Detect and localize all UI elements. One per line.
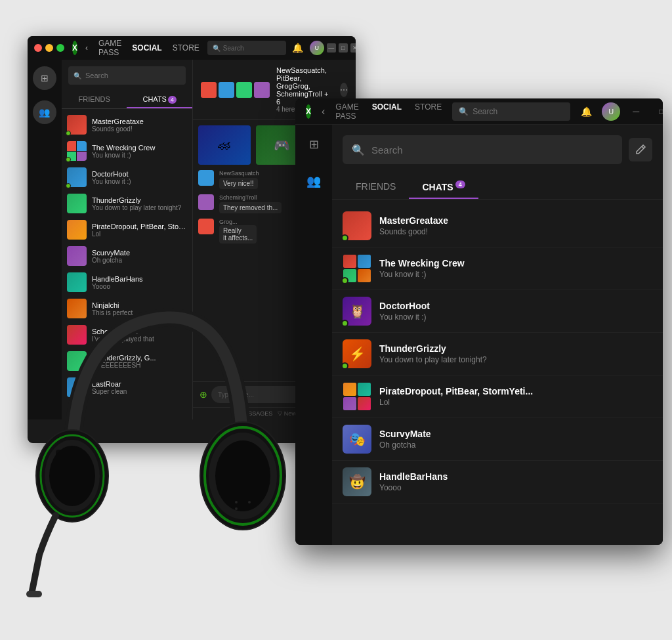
fg-user-avatar[interactable]: U [602,102,620,121]
fg-chat-item-wrecking[interactable]: The Wrecking Crew You know it :) [332,247,663,290]
minimize-btn[interactable] [45,44,53,52]
bg-chat-item-mastergreataxe[interactable]: MasterGreataxe Sounds good! [62,112,192,138]
fg-search-input-mini[interactable] [472,107,564,116]
fg-chat-preview-thunder: You down to play later tonight? [379,355,652,364]
svg-point-1 [36,430,108,522]
bg-more-btn[interactable]: ⋯ [340,83,348,97]
fg-avatar-wrap-doctorhoot: 🦉 [343,297,371,326]
fg-chat-item-thundergrizzly[interactable]: ⚡ ThunderGrizzly You down to play later … [332,333,663,375]
bg-msg-content-3: Grog... Reallyit affects... [219,219,257,244]
fg-restore-btn[interactable]: □ [652,102,663,121]
fg-search-box[interactable]: 🔍 [452,102,570,121]
fg-chat-item-scurvy[interactable]: 🎭 ScurvyMate Oh gotcha [332,418,663,461]
fg-sidebar-library[interactable]: ⊞ [302,133,326,156]
bg-search-input[interactable] [85,72,180,79]
bg-msg-text-1: Very nice!! [219,178,258,189]
bg-avatar-scheming [67,325,87,345]
fg-sidebar-social[interactable]: 👥 [302,169,326,193]
bg-chat-item-thundergrizzly[interactable]: ThunderGrizzly You down to play later to… [62,190,192,217]
fg-online-wrecking [341,277,348,284]
bg-chat-name-mastergreataxe: MasterGreataxe [92,117,187,125]
bg-sidebar-social[interactable]: 👥 [33,100,56,124]
bg-group-av-3 [236,82,252,98]
bg-search-mini[interactable]: 🔍 Search [207,41,286,55]
bg-chat-info-scurvy: ScurvyMate Oh gotcha [92,249,187,264]
fg-chat-item-mastergreataxe[interactable]: MasterGreataxe Sounds good! [332,205,663,247]
fg-nav-social[interactable]: SOCIAL [372,102,402,121]
bg-chat-item-thunder2[interactable]: ThunderGrizzly, G... SHEEEEEEESH [62,348,192,374]
bg-chat-item-scheming[interactable]: SchemingTroll I've never played that [62,322,192,348]
bg-chat-preview-lastroar: Super clean [92,388,187,395]
fg-tab-chats[interactable]: CHATS4 [409,175,478,199]
fg-nav-store[interactable]: STORE [415,102,442,121]
fg-compose-btn[interactable] [629,138,652,161]
fg-chat-item-pirate[interactable]: PirateDropout, PitBear, StormYeti... Lol [332,375,663,418]
fg-avatar-wrap-thunder: ⚡ [343,339,371,368]
bg-add-icon[interactable]: ⊕ [200,389,207,400]
bg-tab-chats[interactable]: CHATS4 [127,91,192,108]
bg-chat-item-scurvy[interactable]: ScurvyMate Oh gotcha [62,243,192,269]
bg-chat-name-doctorhoot: DoctorHoot [92,170,187,178]
fg-chat-name-pirate: PirateDropout, PitBear, StormYeti... [379,386,652,396]
fg-bell-icon[interactable]: 🔔 [577,102,595,121]
svg-point-5 [209,433,277,519]
fg-tab-friends[interactable]: FRIENDS [343,175,409,199]
close-btn[interactable] [34,44,42,52]
bg-chat-item-wrecking[interactable]: The Wrecking Crew You know it :) [62,138,192,164]
svg-rect-10 [26,591,42,597]
bg-restore-btn[interactable]: □ [339,43,348,53]
bg-tab-friends[interactable]: FRIENDS [62,91,127,108]
fg-online-mastergreataxe [341,234,348,242]
fg-chat-info-wrecking: The Wrecking Crew You know it :) [379,258,652,279]
fg-nav-gamepass[interactable]: GAME PASS [335,102,358,121]
fg-avatar-wrap-handlebar: 🤠 [343,467,371,496]
bg-chat-info-ninjalchi: Ninjalchi This is perfect [92,301,187,316]
fg-chat-name-doctorhoot: DoctorHoot [379,301,652,311]
fg-chat-name-thunder: ThunderGrizzly [379,343,652,354]
bg-minimize-btn[interactable]: — [327,43,336,53]
bg-bell-icon[interactable]: 🔔 [289,39,307,57]
bg-user-avatar[interactable]: U [310,41,324,55]
bg-chat-info-thunder2: ThunderGrizzly, G... SHEEEEEEESH [92,354,187,369]
fg-avatar-wrap-wrecking [343,254,371,283]
bg-nav-gamepass[interactable]: GAME PASS [98,39,121,57]
svg-point-14 [248,501,251,503]
bg-chat-item-lastroar[interactable]: LastRoar Super clean [62,374,192,400]
bg-chat-item-handlebar[interactable]: HandleBarHans Yoooo [62,269,192,295]
bg-online-dot-doctorhoot [66,183,71,188]
fg-group-av-pirate-2 [357,382,371,396]
fg-minimize-btn[interactable]: — [627,102,645,121]
fg-chat-item-handlebar[interactable]: 🤠 HandleBarHans Yoooo [332,461,663,503]
bg-sidebar-library[interactable]: ⊞ [33,66,56,90]
fg-chat-item-doctorhoot[interactable]: 🦉 DoctorHoot You know it :) [332,290,663,333]
bg-chat-item-doctorhoot[interactable]: DoctorHoot You know it :) [62,164,192,190]
fg-xbox-logo: X [306,104,311,119]
bg-chat-name-thunder2: ThunderGrizzly, G... [92,354,187,362]
fg-back-btn[interactable]: ‹ [322,106,325,117]
fg-chat-info-thunder: ThunderGrizzly You down to play later to… [379,343,652,364]
bg-nav-social[interactable]: SOCIAL [132,43,161,53]
bg-chat-item-pirate[interactable]: PirateDropout, PitBear, StormYeti... Lol [62,217,192,243]
bg-chat-item-ninjalchi[interactable]: Ninjalchi This is perfect [62,295,192,322]
bg-group-avatars [201,82,270,98]
bg-chat-preview-mastergreataxe: Sounds good! [92,125,187,133]
bg-msg-av-3 [198,219,214,234]
bg-chat-name-ninjalchi: Ninjalchi [92,301,187,309]
bg-online-dot-wrecking [66,157,71,162]
bg-chat-panel: 🔍 FRIENDS CHATS4 MasterGreataxe So [62,60,193,419]
bg-chat-name-pirate: PirateDropout, PitBear, StormYeti... [92,223,187,230]
bg-nav-back[interactable]: ‹ [85,43,88,53]
bg-search-bar[interactable]: 🔍 [68,66,186,85]
fg-chat-list: MasterGreataxe Sounds good! The Wreckin [332,200,663,509]
fg-big-search[interactable]: 🔍 [343,135,622,164]
fg-search-input[interactable] [371,144,613,156]
fg-group-av-pirate-4 [357,396,371,411]
bg-chat-info-doctorhoot: DoctorHoot You know it :) [92,170,187,185]
bg-close-btn[interactable]: ✕ [350,43,356,53]
fg-chat-info-doctorhoot: DoctorHoot You know it :) [379,301,652,322]
svg-point-2 [45,440,100,512]
maximize-btn[interactable] [56,44,64,52]
bg-avatar-thundergrizzly [67,194,87,213]
bg-nav-store[interactable]: STORE [173,43,200,53]
bg-group-av-2 [219,82,234,98]
